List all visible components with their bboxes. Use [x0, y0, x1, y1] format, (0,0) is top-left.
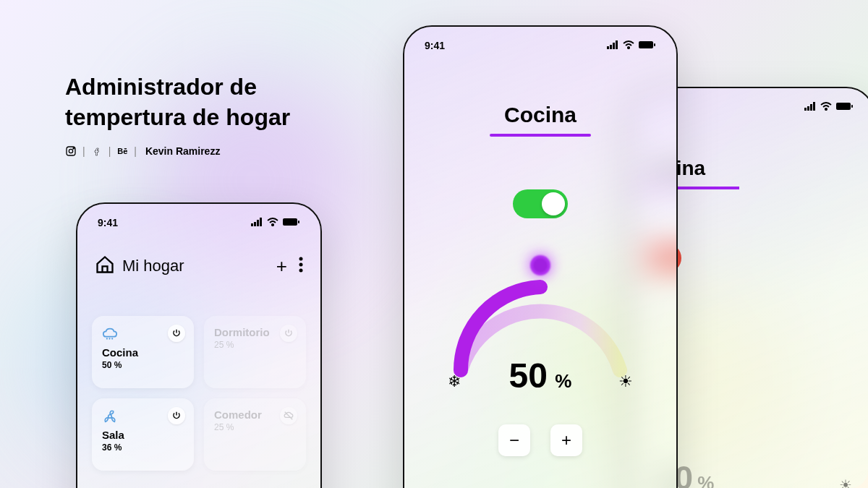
temperature-display: 50 % — [404, 356, 676, 395]
svg-rect-21 — [851, 105, 853, 108]
power-button[interactable] — [168, 407, 185, 424]
temp-unit: % — [555, 370, 571, 392]
status-bar: 9:41 — [404, 40, 676, 51]
facebook-icon[interactable] — [91, 145, 103, 157]
svg-point-1 — [69, 150, 72, 153]
home-icon — [95, 254, 115, 278]
svg-point-19 — [825, 108, 827, 110]
svg-point-10 — [299, 257, 303, 260]
signal-icon — [607, 40, 618, 51]
sun-icon: ☀ — [839, 476, 852, 488]
battery-icon — [639, 40, 656, 51]
room-percent: 36 % — [102, 442, 184, 453]
svg-point-2 — [73, 148, 74, 149]
svg-point-7 — [272, 224, 273, 226]
wifi-icon — [820, 101, 832, 113]
svg-point-12 — [299, 268, 303, 272]
svg-rect-25 — [616, 40, 618, 49]
gauge-handle[interactable] — [530, 255, 550, 275]
temp-value: 50 — [509, 356, 548, 395]
svg-rect-18 — [813, 102, 815, 111]
title-underline — [490, 134, 591, 137]
author-name: Kevin Ramirezz — [145, 145, 220, 157]
svg-rect-8 — [283, 218, 297, 226]
svg-rect-24 — [613, 43, 615, 49]
behance-icon[interactable]: Bē — [116, 145, 128, 157]
instagram-icon[interactable] — [65, 145, 77, 157]
social-row: | | Bē | Kevin Ramirezz — [65, 145, 290, 157]
svg-rect-3 — [251, 223, 253, 226]
more-button[interactable] — [299, 255, 303, 278]
battery-icon — [283, 217, 300, 228]
svg-rect-28 — [654, 43, 655, 46]
toggle-switch[interactable] — [513, 189, 568, 218]
svg-line-14 — [285, 412, 293, 420]
power-button[interactable] — [168, 325, 185, 342]
room-percent: 25 % — [214, 340, 296, 350]
fan-icon — [102, 408, 118, 424]
cloud-icon — [102, 326, 118, 342]
svg-rect-17 — [810, 104, 812, 111]
room-percent: 50 % — [102, 360, 184, 370]
title-line-2: tempertura de hogar — [65, 103, 290, 133]
status-time: 9:41 — [425, 40, 445, 51]
wifi-icon — [267, 217, 278, 228]
power-button[interactable] — [280, 325, 297, 342]
svg-rect-22 — [607, 46, 609, 49]
signal-icon — [804, 101, 816, 113]
home-title: Mi hogar — [122, 257, 184, 275]
title-line-1: Administrador de — [65, 72, 290, 103]
room-card-dormitorio[interactable]: Dormitorio 25 % — [204, 316, 306, 388]
wifi-icon — [623, 40, 634, 51]
room-name: Cocina — [102, 346, 184, 359]
svg-rect-5 — [257, 220, 259, 226]
svg-point-26 — [628, 47, 629, 48]
svg-rect-4 — [254, 222, 256, 226]
svg-rect-27 — [639, 41, 653, 48]
battery-icon — [836, 101, 854, 113]
status-time: 9:41 — [98, 217, 118, 228]
temp-unit: % — [697, 472, 714, 488]
phone-detail: 9:41 Cocina ❄ ☀ 50 % — [403, 25, 678, 488]
room-name: Sala — [102, 429, 184, 441]
add-button[interactable]: + — [276, 255, 287, 278]
svg-rect-15 — [804, 108, 807, 111]
rooms-grid: Cocina 50 % Dormitorio 25 % Sala 36 % Co… — [92, 316, 306, 471]
svg-rect-20 — [836, 103, 851, 110]
phone-home: 9:41 Mi hogar + Cocina 50 % — [76, 202, 322, 488]
room-card-cocina[interactable]: Cocina 50 % — [92, 316, 194, 388]
signal-icon — [251, 217, 263, 228]
svg-rect-9 — [298, 221, 299, 223]
room-card-comedor[interactable]: Comedor 25 % — [204, 398, 306, 471]
page-title: Administrador de tempertura de hogar — [65, 72, 290, 132]
svg-rect-6 — [260, 218, 262, 226]
svg-rect-16 — [807, 106, 809, 111]
increase-button[interactable]: + — [550, 424, 582, 456]
room-card-sala[interactable]: Sala 36 % — [92, 398, 194, 471]
decrease-button[interactable]: − — [498, 424, 530, 456]
status-bar: 9:41 — [77, 217, 320, 228]
room-title: Cocina — [404, 103, 676, 127]
hero-section: Administrador de tempertura de hogar | |… — [65, 72, 290, 157]
svg-point-11 — [299, 262, 303, 266]
room-percent: 25 % — [214, 422, 296, 432]
cloud-off-icon[interactable] — [280, 407, 297, 424]
svg-rect-23 — [610, 45, 612, 49]
